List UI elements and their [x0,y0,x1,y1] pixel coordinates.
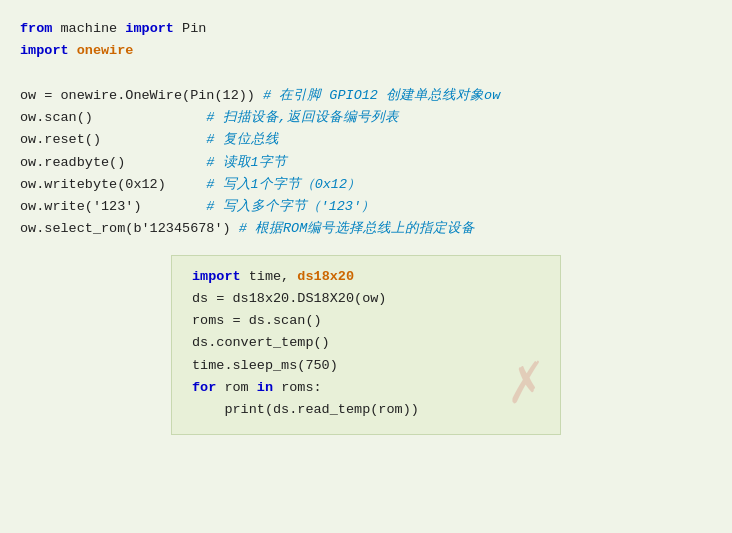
code-token: # 写入1个字节（0x12） [206,174,361,196]
code-token: ds = ds18x20.DS18X20(ow) [192,288,386,310]
code-line: from machine import Pin [20,18,712,40]
code-line [20,63,712,85]
code-line: ds = ds18x20.DS18X20(ow) [192,288,540,310]
code-line: ow.reset() # 复位总线 [20,129,712,151]
main-code-lines: from machine import Pinimport onewire ow… [20,18,712,241]
code-token: ow.select_rom(b'12345678') [20,218,239,240]
code-token: # 在引脚 GPIO12 创建单总线对象ow [263,85,500,107]
code-token: # 根据ROM编号选择总线上的指定设备 [239,218,476,240]
code-line: time.sleep_ms(750) [192,355,540,377]
code-token: in [257,377,273,399]
code-token: roms = ds.scan() [192,310,322,332]
sub-code-block: import time, ds18x20ds = ds18x20.DS18X20… [171,255,561,435]
code-token: roms: [273,377,322,399]
code-token: ow = onewire.OneWire(Pin(12)) [20,85,263,107]
code-token: ow.scan() [20,107,206,129]
code-token: import [20,40,69,62]
code-line: roms = ds.scan() [192,310,540,332]
code-line: ow.write('123') # 写入多个字节（'123'） [20,196,712,218]
code-token: from [20,18,52,40]
code-line: ow.writebyte(0x12) # 写入1个字节（0x12） [20,174,712,196]
code-line: import time, ds18x20 [192,266,540,288]
code-line: print(ds.read_temp(rom)) [192,399,540,421]
code-token: for [192,377,216,399]
code-token: ow.reset() [20,129,206,151]
code-token: rom [216,377,257,399]
code-token: time, [241,266,298,288]
code-token: # 复位总线 [206,129,278,151]
sub-code-lines: import time, ds18x20ds = ds18x20.DS18X20… [192,266,540,422]
code-token: time.sleep_ms(750) [192,355,338,377]
code-line: ow.readbyte() # 读取1字节 [20,152,712,174]
code-token: ds.convert_temp() [192,332,330,354]
code-token: ow.readbyte() [20,152,206,174]
code-token: print(ds.read_temp(rom)) [192,399,419,421]
code-token: Pin [174,18,206,40]
main-code-block: from machine import Pinimport onewire ow… [0,0,732,445]
code-token: # 扫描设备,返回设备编号列表 [206,107,398,129]
code-line: ow.scan() # 扫描设备,返回设备编号列表 [20,107,712,129]
code-token: ds18x20 [297,266,354,288]
code-line: ds.convert_temp() [192,332,540,354]
code-token: ow.write('123') [20,196,206,218]
code-token: # 写入多个字节（'123'） [206,196,375,218]
code-token [69,40,77,62]
code-token: import [192,266,241,288]
code-token: # 读取1字节 [206,152,286,174]
code-line: import onewire [20,40,712,62]
code-line: for rom in roms: [192,377,540,399]
code-line: ow = onewire.OneWire(Pin(12)) # 在引脚 GPIO… [20,85,712,107]
code-token: ow.writebyte(0x12) [20,174,206,196]
code-line: ow.select_rom(b'12345678') # 根据ROM编号选择总线… [20,218,712,240]
code-token: import [125,18,174,40]
code-token: onewire [77,40,134,62]
code-token: machine [52,18,125,40]
